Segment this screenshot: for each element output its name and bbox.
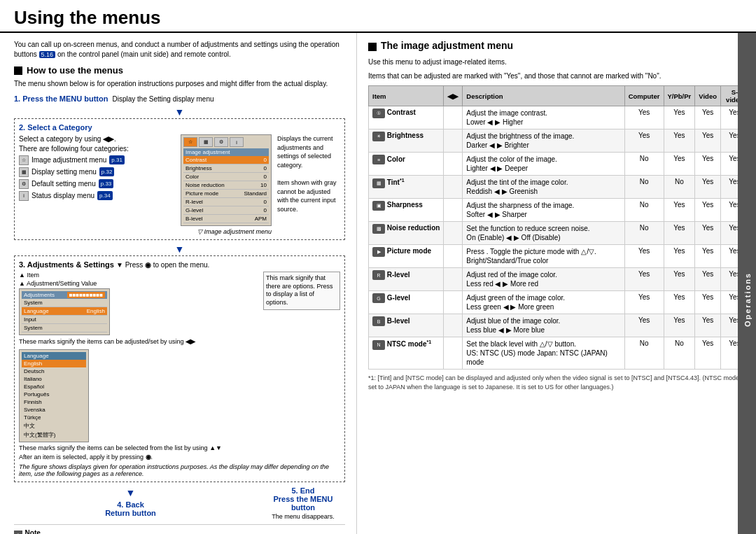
col-desc: Description: [463, 86, 624, 106]
select-desc: Select a category by using ◀▶.: [19, 134, 175, 144]
arrow-down-1: ▼: [14, 107, 345, 117]
computer-cell: No: [624, 176, 664, 199]
ypbpr-cell: Yes: [664, 268, 695, 291]
tab-1: ☆: [183, 137, 197, 147]
screen-mockup: ☆ ▦ ⚙ i Image adjustment Contrast0: [181, 134, 272, 226]
row-item-name: G-level: [387, 294, 410, 302]
tab-4: i: [230, 137, 244, 147]
step1-sub: Display the Setting display menu: [112, 95, 214, 103]
computer-cell: Yes: [624, 268, 664, 291]
cat-item-display: ▦ Display setting menu p.32: [19, 166, 175, 178]
computer-cell: Yes: [624, 106, 664, 129]
arrow-down-2: ▼: [14, 244, 345, 254]
item-cell: ≡ Color: [369, 153, 444, 176]
row-icon: ▣: [372, 201, 385, 211]
video-cell: Yes: [695, 199, 721, 222]
adj-value-label: ▲ Adjustment/Setting Value: [19, 280, 259, 287]
lang-finnish: Finnish: [22, 398, 86, 406]
step5-heading: 5. End: [291, 486, 314, 495]
row-item-name: Contrast: [387, 108, 416, 116]
row-icon: ≡: [372, 155, 385, 164]
row-icon: G: [372, 293, 385, 303]
desc-cell: Adjust red of the image color.Less red ◀…: [463, 268, 624, 291]
image-adj-title: The image adjustment menu: [381, 40, 513, 51]
step1-heading: 1. Press the MENU button: [14, 94, 108, 103]
table-row: ▣ SharpnessAdjust the sharpness of the i…: [369, 199, 749, 222]
cat-item-default: ⚙ Default setting menu p.33: [19, 178, 175, 190]
arrow-cell: [444, 222, 463, 245]
arrow-cell: [444, 199, 463, 222]
left-column: You can call up on-screen menus, and con…: [0, 33, 357, 534]
adj-screen-header: Adjustments ■■■■■■■■■■: [22, 291, 107, 299]
note-title: Note: [25, 529, 41, 534]
footnote: *1: [Tint] and [NTSC mode] can be displa…: [368, 374, 749, 391]
superscript: *1: [426, 339, 431, 344]
ypbpr-cell: Yes: [664, 291, 695, 314]
item-cell: ☀ Brightness: [369, 129, 444, 153]
screen-tabs: ☆ ▦ ⚙ i: [183, 137, 269, 147]
video-cell: Yes: [695, 176, 721, 199]
category-text: Select a category by using ◀▶. There are…: [19, 134, 175, 235]
lang-english: English: [22, 360, 86, 367]
row-item-name: Tint*1: [387, 178, 405, 186]
arrow-cell: [444, 337, 463, 370]
step4-heading: 4. Back: [117, 500, 144, 509]
lang-chinese2: 中文(繁體字): [22, 430, 86, 440]
menu-screenshot: ☆ ▦ ⚙ i Image adjustment Contrast0: [181, 134, 272, 235]
table-row: ☀ BrightnessAdjust the brightness of the…: [369, 129, 749, 153]
adj-mockup-left: ▲ Item ▲ Adjustment/Setting Value Adjust…: [19, 272, 259, 461]
ypbpr-cell: Yes: [664, 199, 695, 222]
step5-area: ▼ 4. Back Return button 5. End Press the…: [14, 486, 345, 520]
video-cell: Yes: [695, 245, 721, 268]
row-item-name: NTSC mode*1: [387, 340, 431, 348]
step2-heading: 2. Select a Category: [19, 123, 340, 132]
desc-cell: Adjust the sharpness of the image.Softer…: [463, 199, 624, 222]
lang-portugues: Português: [22, 391, 86, 398]
lang-italiano: Italiano: [22, 375, 86, 383]
desc-cell: Adjust the image contrast.Lower ◀ ▶ High…: [463, 106, 624, 129]
cat-item-image: ☆ Image adjustment menu p.31: [19, 154, 175, 166]
video-cell: Yes: [695, 153, 721, 176]
image-adj-icon: ☆: [19, 155, 29, 165]
screen-row-noise: Noise reduction10: [183, 181, 269, 190]
ypbpr-cell: Yes: [664, 314, 695, 337]
lang-mockup: Language English Deutsch Italiano Españo…: [19, 349, 89, 442]
status-display-icon: i: [19, 191, 29, 201]
ypbpr-cell: Yes: [664, 245, 695, 268]
computer-cell: No: [624, 153, 664, 176]
table-row: ▩ Noise reductionSet the function to red…: [369, 222, 749, 245]
image-adj-section-heading: The image adjustment menu: [368, 40, 749, 54]
tab-2: ▦: [199, 137, 213, 147]
options-bubble: This mark signify that there are options…: [263, 272, 340, 310]
intro-text: You can call up on-screen menus, and con…: [14, 40, 345, 59]
row-icon: R: [372, 270, 385, 280]
computer-cell: Yes: [624, 314, 664, 337]
table-row: ① ContrastAdjust the image contrast.Lowe…: [369, 106, 749, 129]
step4-sub: Return button: [105, 509, 156, 517]
computer-cell: Yes: [624, 245, 664, 268]
lang-deutsch: Deutsch: [22, 367, 86, 375]
desc-cell: Adjust the color of the image.Lighter ◀ …: [463, 153, 624, 176]
computer-cell: No: [624, 337, 664, 370]
step3-sub: ▼ Press ◉ to open the menu.: [116, 261, 209, 269]
item-cell: B B-level: [369, 314, 444, 337]
screen-row-color: Color0: [183, 173, 269, 181]
ypbpr-cell: Yes: [664, 222, 695, 245]
item-cell: ▦ Tint*1: [369, 176, 444, 199]
menu-caption: ▽ Image adjustment menu: [181, 228, 272, 235]
arrow-cell: [444, 314, 463, 337]
video-cell: Yes: [695, 291, 721, 314]
after-item-note: After an item is selected, apply it by p…: [19, 454, 259, 461]
screen-row-picture: Picture modeStandard: [183, 190, 269, 198]
col-ypbpr: Y/Pb/Pr: [664, 86, 695, 106]
screen-row-blevel: B-levelAPM: [183, 215, 269, 223]
step5-box: 5. End Press the MENU button The menu di…: [261, 486, 345, 520]
section-icon: [14, 66, 22, 75]
adj-section: 3. Adjustments & Settings ▼ Press ◉ to o…: [14, 255, 345, 482]
image-adj-intro1: Use this menu to adjust image-related it…: [368, 57, 749, 67]
desc-cell: Press . Toggle the picture mode with △/▽…: [463, 245, 624, 268]
desc-cell: Adjust the tint of the image color.Reddi…: [463, 176, 624, 199]
table-row: N NTSC mode*1Set the black level with △/…: [369, 337, 749, 370]
adj-screen-mockup: Adjustments ■■■■■■■■■■ System LanguageEn…: [19, 288, 110, 335]
ypbpr-cell: No: [664, 176, 695, 199]
